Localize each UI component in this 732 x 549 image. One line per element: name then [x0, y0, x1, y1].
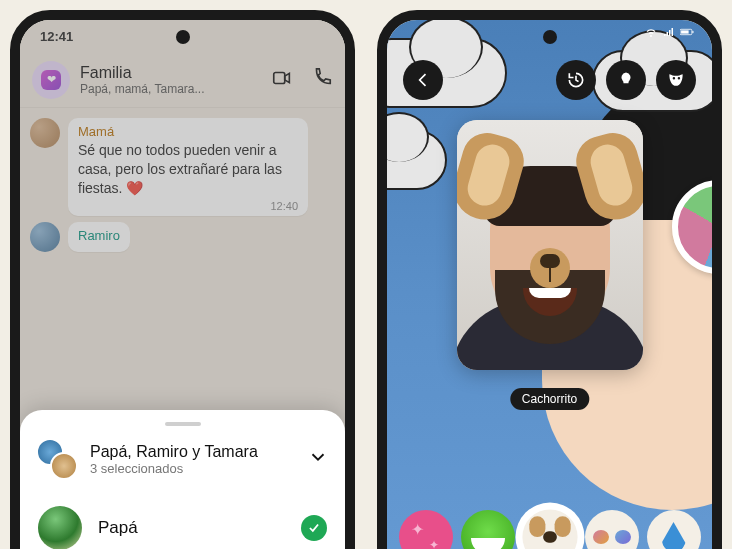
camera-notch [176, 30, 190, 44]
check-icon[interactable] [301, 515, 327, 541]
contact-picker-sheet: Papá, Ramiro y Tamara 3 seleccionados Pa… [20, 410, 345, 549]
filter-dog[interactable] [518, 506, 580, 549]
camera-preview[interactable] [457, 120, 643, 370]
sheet-header[interactable]: Papá, Ramiro y Tamara 3 seleccionados [20, 434, 345, 494]
dog-nose-icon [530, 248, 570, 288]
svg-rect-6 [692, 31, 693, 33]
camera-top-bar [387, 60, 712, 100]
battery-icon [680, 24, 694, 42]
effects-button[interactable] [656, 60, 696, 100]
sheet-subtitle: 3 seleccionados [90, 461, 295, 476]
sheet-list: Papá Mamá Ramiro Tamara [20, 494, 345, 549]
phone-right: Cachorrito [377, 10, 722, 549]
sheet-header-text: Papá, Ramiro y Tamara 3 seleccionados [90, 443, 295, 476]
svg-rect-5 [681, 30, 689, 33]
wifi-icon [644, 24, 658, 42]
cloud-illustration [387, 130, 447, 190]
contact-name: Papá [98, 518, 285, 538]
filter-sparkle[interactable] [399, 510, 453, 549]
avatar [38, 506, 82, 549]
sheet-handle[interactable] [165, 422, 201, 426]
status-icons [644, 24, 694, 42]
signal-icon [662, 24, 676, 42]
sheet-multi-avatar [36, 438, 78, 480]
filter-drop[interactable] [647, 510, 701, 549]
filter-carousel[interactable] [387, 510, 712, 549]
hint-button[interactable] [606, 60, 646, 100]
back-button[interactable] [403, 60, 443, 100]
sheet-title: Papá, Ramiro y Tamara [90, 443, 295, 461]
filter-label: Cachorrito [510, 388, 589, 410]
filter-grin[interactable] [461, 510, 515, 549]
camera-screen: Cachorrito [387, 20, 712, 549]
phone-left: 12:41 ❤ Familia Papá, mamá, Tamara... [10, 10, 355, 549]
camera-notch [543, 30, 557, 44]
filter-glasses[interactable] [585, 510, 639, 549]
camera-top-actions [556, 60, 696, 100]
chat-screen: 12:41 ❤ Familia Papá, mamá, Tamara... [20, 20, 345, 549]
chevron-down-icon[interactable] [307, 446, 329, 472]
history-button[interactable] [556, 60, 596, 100]
contact-item-papa[interactable]: Papá [36, 494, 329, 549]
